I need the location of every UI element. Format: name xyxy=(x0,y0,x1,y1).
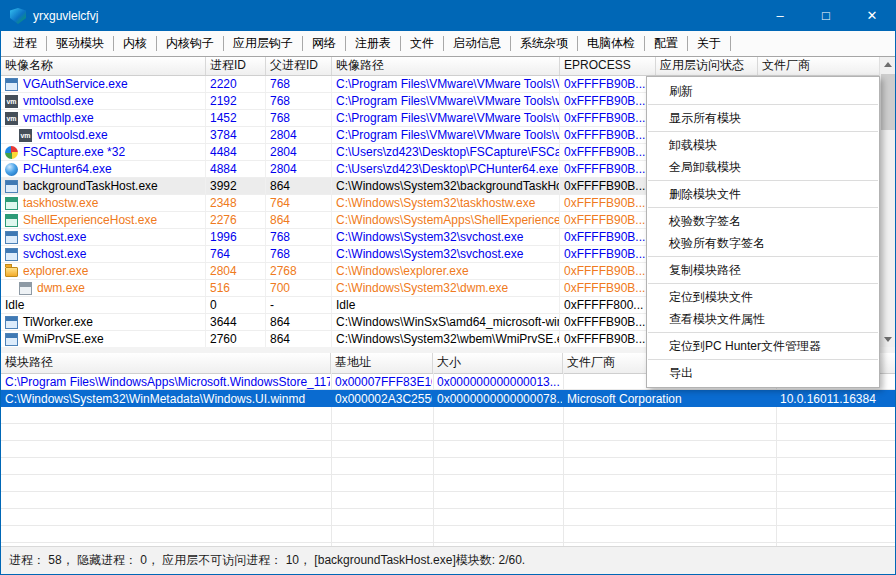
process-id-cell: 2192 xyxy=(206,93,266,109)
process-id-cell: 1452 xyxy=(206,110,266,126)
process-column-header[interactable]: 映像路径 xyxy=(332,57,560,75)
eprocess-cell: 0xFFFFB90B... xyxy=(560,314,656,330)
image-path-cell: C:\Windows\System32\dwm.exe xyxy=(332,280,560,296)
scroll-up-icon[interactable] xyxy=(880,57,896,73)
context-menu-item[interactable]: 卸载模块 xyxy=(647,134,879,156)
process-name: taskhostw.exe xyxy=(23,196,98,210)
process-name: TiWorker.exe xyxy=(23,315,93,329)
tab-电脑体检[interactable]: 电脑体检 xyxy=(578,36,645,51)
image-path-cell: C:\Windows\System32\wbem\WmiPrvSE.exe xyxy=(332,331,560,347)
context-menu-item[interactable]: 删除模块文件 xyxy=(647,183,879,205)
close-button[interactable]: ✕ xyxy=(849,1,895,31)
win-blue-icon xyxy=(5,180,18,193)
tab-文件[interactable]: 文件 xyxy=(401,36,444,51)
image-path-cell: C:\Windows\System32\backgroundTaskHost..… xyxy=(332,178,560,194)
context-menu-item[interactable]: 全局卸载模块 xyxy=(647,156,879,178)
process-column-header[interactable]: 进程ID xyxy=(206,57,266,75)
eprocess-cell: 0xFFFFB90B... xyxy=(560,280,656,296)
image-name-cell: explorer.exe xyxy=(1,263,206,279)
window-title: yrxguvlelcfvj xyxy=(33,9,757,23)
image-path-cell: C:\Windows\System32\svchost.exe xyxy=(332,246,560,262)
image-path-cell: C:\Windows\System32\svchost.exe xyxy=(332,229,560,245)
tab-进程[interactable]: 进程 xyxy=(4,36,47,51)
module-column-header[interactable]: 模块路径 xyxy=(1,353,331,373)
tab-注册表[interactable]: 注册表 xyxy=(346,36,401,51)
scrollbar-thumb[interactable] xyxy=(881,74,895,130)
base-address-cell: 0x000002A3C2550... xyxy=(331,390,433,407)
titlebar: yrxguvlelcfvj – □ ✕ xyxy=(1,1,895,31)
context-menu-item[interactable]: 复制模块路径 xyxy=(647,259,879,281)
scroll-down-icon[interactable] xyxy=(880,331,896,347)
process-column-header[interactable]: EPROCESS xyxy=(560,57,656,75)
vm-icon xyxy=(5,95,18,108)
size-cell: 0x000000000000013... xyxy=(433,373,563,390)
process-column-header[interactable]: 应用层访问状态 xyxy=(656,57,758,75)
context-menu-item[interactable]: 定位到模块文件 xyxy=(647,286,879,308)
image-name-cell: backgroundTaskHost.exe xyxy=(1,178,206,194)
parent-process-id-cell: 768 xyxy=(266,93,332,109)
process-name: ShellExperienceHost.exe xyxy=(23,213,157,227)
image-path-cell: C:\Users\zd423\Desktop\PCHunter64.exe xyxy=(332,161,560,177)
process-id-cell: 4484 xyxy=(206,144,266,160)
eprocess-cell: 0xFFFFB90B... xyxy=(560,161,656,177)
process-id-cell: 3992 xyxy=(206,178,266,194)
image-name-cell: ShellExperienceHost.exe xyxy=(1,212,206,228)
menu-separator xyxy=(648,256,878,257)
context-menu-item[interactable]: 查看模块文件属性 xyxy=(647,308,879,330)
maximize-button[interactable]: □ xyxy=(803,1,849,31)
eprocess-cell: 0xFFFFB90B... xyxy=(560,263,656,279)
module-column-header[interactable]: 基地址 xyxy=(331,353,433,373)
status-bar: 进程： 58， 隐藏进程： 0， 应用层不可访问进程： 10， [backgro… xyxy=(1,546,895,574)
parent-process-id-cell: 768 xyxy=(266,110,332,126)
minimize-button[interactable]: – xyxy=(757,1,803,31)
context-menu-item[interactable]: 刷新 xyxy=(647,80,879,102)
parent-process-id-cell: 864 xyxy=(266,331,332,347)
process-column-header[interactable]: 映像名称 xyxy=(1,57,206,75)
tab-网络[interactable]: 网络 xyxy=(303,36,346,51)
tab-内核钩子[interactable]: 内核钩子 xyxy=(157,36,224,51)
context-menu-item[interactable]: 校验数字签名 xyxy=(647,210,879,232)
menu-separator xyxy=(648,359,878,360)
parent-process-id-cell: - xyxy=(266,297,332,313)
process-name: VGAuthService.exe xyxy=(23,77,128,91)
process-id-cell: 516 xyxy=(206,280,266,296)
tab-驱动模块[interactable]: 驱动模块 xyxy=(47,36,114,51)
version-cell: 10.0.16011.16384 xyxy=(776,390,895,407)
context-menu-item[interactable]: 校验所有数字签名 xyxy=(647,232,879,254)
tab-内核[interactable]: 内核 xyxy=(114,36,157,51)
process-id-cell: 2760 xyxy=(206,331,266,347)
image-name-cell: VGAuthService.exe xyxy=(1,76,206,92)
process-name: svchost.exe xyxy=(23,230,86,244)
context-menu-item[interactable]: 导出 xyxy=(647,362,879,384)
image-path-cell: C:\Windows\System32\taskhostw.exe xyxy=(332,195,560,211)
vm-icon xyxy=(19,129,32,142)
tab-配置[interactable]: 配置 xyxy=(645,36,688,51)
process-name: svchost.exe xyxy=(23,247,86,261)
process-column-header[interactable]: 父进程ID xyxy=(266,57,332,75)
tab-应用层钩子[interactable]: 应用层钩子 xyxy=(224,36,303,51)
process-id-cell: 2276 xyxy=(206,212,266,228)
tab-启动信息[interactable]: 启动信息 xyxy=(444,36,511,51)
process-id-cell: 3784 xyxy=(206,127,266,143)
module-table-body: C:\Program Files\WindowsApps\Microsoft.W… xyxy=(1,373,895,546)
menu-separator xyxy=(648,131,878,132)
process-id-cell: 4884 xyxy=(206,161,266,177)
vertical-scrollbar[interactable] xyxy=(879,57,895,347)
process-name: explorer.exe xyxy=(23,264,88,278)
win-gray-icon xyxy=(19,282,32,295)
eprocess-cell: 0xFFFFB90B... xyxy=(560,76,656,92)
process-id-cell: 2220 xyxy=(206,76,266,92)
process-name: vmtoolsd.exe xyxy=(37,128,108,142)
process-id-cell: 2804 xyxy=(206,263,266,279)
module-row[interactable]: C:\Windows\System32\WinMetadata\Windows.… xyxy=(1,390,895,407)
context-menu-item[interactable]: 显示所有模块 xyxy=(647,107,879,129)
base-address-cell: 0x00007FFF83E10... xyxy=(331,373,433,390)
win-blue-icon xyxy=(5,248,18,261)
win-teal-icon xyxy=(5,214,18,227)
image-path-cell: C:\Program Files\VMware\VMware Tools\vm.… xyxy=(332,110,560,126)
module-column-header[interactable]: 大小 xyxy=(433,353,563,373)
context-menu-item[interactable]: 定位到PC Hunter文件管理器 xyxy=(647,335,879,357)
tab-系统杂项[interactable]: 系统杂项 xyxy=(511,36,578,51)
tab-关于[interactable]: 关于 xyxy=(688,36,731,51)
process-column-header[interactable]: 文件厂商 xyxy=(758,57,879,75)
